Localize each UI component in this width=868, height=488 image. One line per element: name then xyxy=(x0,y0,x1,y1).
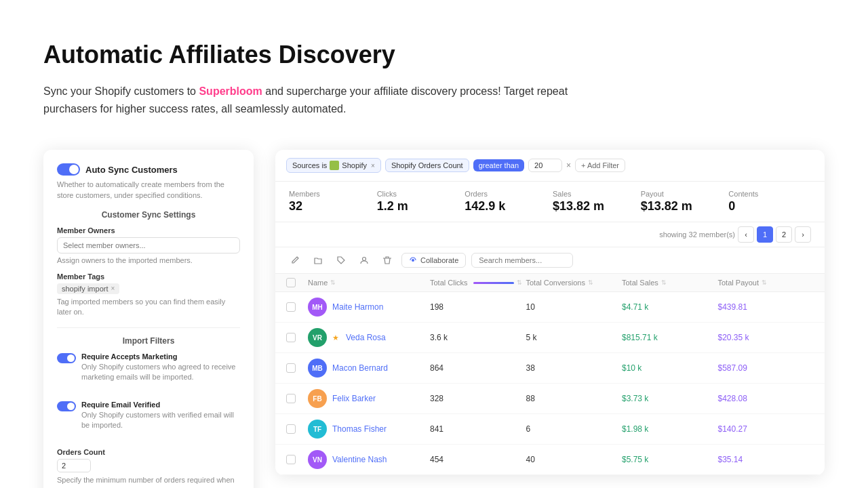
stat-contents: Contents 0 xyxy=(728,190,811,214)
avatar-5: VN xyxy=(308,450,327,469)
member-cell-4: TF Thomas Fisher xyxy=(308,420,430,439)
shopify-tag[interactable]: shopify import × xyxy=(57,283,119,294)
table-row: MB Macon Bernard 864 38 $10 k $587.09 xyxy=(275,353,825,384)
col-total-sales: Total Sales ⇅ xyxy=(622,278,718,287)
table-body: MH Maite Harmon 198 10 $4.71 k $439.81 V… xyxy=(275,292,825,475)
member-name-0[interactable]: Maite Harmon xyxy=(332,302,383,312)
require-marketing-label: Require Accepts Marketing xyxy=(81,352,240,361)
require-email-toggle[interactable] xyxy=(57,401,76,411)
user-icon[interactable] xyxy=(355,251,373,269)
member-name-5[interactable]: Valentine Nash xyxy=(332,455,387,464)
require-marketing-toggle[interactable] xyxy=(57,353,76,363)
left-panel: Auto Sync Customers Whether to automatic… xyxy=(43,150,254,488)
clicks-sort-icon[interactable]: ⇅ xyxy=(517,279,522,286)
greater-than-badge[interactable]: greater than xyxy=(473,159,524,171)
total-payout-1: $20.35 k xyxy=(718,333,814,342)
auto-sync-row: Auto Sync Customers xyxy=(57,163,240,176)
avatar-3: FB xyxy=(308,389,327,408)
sales-sort-icon[interactable]: ⇅ xyxy=(661,279,667,286)
tag-close[interactable]: × xyxy=(111,285,115,292)
sources-label: Sources is xyxy=(292,161,327,169)
total-sales-0: $4.71 k xyxy=(622,302,718,312)
shopify-icon xyxy=(330,161,339,170)
table-row: FB Felix Barker 328 88 $3.73 k $428.08 xyxy=(275,384,825,414)
total-clicks-3: 328 xyxy=(430,394,526,403)
require-marketing-row: Require Accepts Marketing Only Shopify c… xyxy=(57,352,240,392)
total-sales-5: $5.75 k xyxy=(622,455,718,464)
col-total-conversions: Total Conversions ⇅ xyxy=(526,278,623,287)
member-name-1[interactable]: Veda Rosa xyxy=(346,333,386,342)
page-2-button[interactable]: 2 xyxy=(776,226,792,243)
pagination-row: showing 32 member(s) ‹ 1 2 › xyxy=(275,222,825,247)
total-payout-4: $140.27 xyxy=(718,424,814,434)
member-owners-input[interactable] xyxy=(57,237,240,253)
page-1-button[interactable]: 1 xyxy=(757,226,773,243)
orders-count-label: Orders Count xyxy=(57,448,240,456)
total-clicks-0: 198 xyxy=(430,302,526,312)
row-checkbox-2[interactable] xyxy=(286,363,296,373)
next-page-button[interactable]: › xyxy=(795,226,811,243)
total-payout-5: $35.14 xyxy=(718,455,814,464)
total-sales-3: $3.73 k xyxy=(622,394,718,403)
shopify-label: Shopify xyxy=(342,161,367,169)
total-conversions-4: 6 xyxy=(526,424,623,434)
orders-filter-tag[interactable]: Shopify Orders Count xyxy=(385,159,469,172)
total-clicks-5: 454 xyxy=(430,455,526,464)
total-payout-0: $439.81 xyxy=(718,302,814,312)
collaborate-button[interactable]: Collaborate xyxy=(401,253,466,268)
page-description: Sync your Shopify customers to Superbloo… xyxy=(43,83,599,117)
auto-sync-toggle[interactable] xyxy=(57,163,80,176)
orders-count-input[interactable] xyxy=(57,459,91,472)
total-conversions-5: 40 xyxy=(526,455,623,464)
col-total-payout: Total Payout ⇅ xyxy=(718,278,814,287)
payout-sort-icon[interactable]: ⇅ xyxy=(762,279,767,286)
select-all-checkbox[interactable] xyxy=(286,278,296,287)
toolbar-row: Collaborate xyxy=(275,247,825,274)
total-sales-4: $1.98 k xyxy=(622,424,718,434)
member-cell-0: MH Maite Harmon xyxy=(308,298,430,317)
total-payout-2: $587.09 xyxy=(718,363,814,373)
member-name-4[interactable]: Thomas Fisher xyxy=(332,424,387,434)
search-input[interactable] xyxy=(471,253,573,268)
conv-sort-icon[interactable]: ⇅ xyxy=(588,279,593,286)
avatar-4: TF xyxy=(308,420,327,439)
folder-icon[interactable] xyxy=(309,251,327,269)
svg-point-1 xyxy=(412,259,414,262)
row-checkbox-0[interactable] xyxy=(286,302,296,312)
trash-icon[interactable] xyxy=(378,251,396,269)
row-checkbox-4[interactable] xyxy=(286,424,296,434)
total-conversions-2: 38 xyxy=(526,363,623,373)
avatar-1: VR xyxy=(308,328,327,347)
orders-filter-close[interactable]: × xyxy=(566,161,571,170)
import-filters-title: Import Filters xyxy=(57,336,240,346)
svg-point-0 xyxy=(363,258,366,261)
total-clicks-2: 864 xyxy=(430,363,526,373)
sync-settings-title: Customer Sync Settings xyxy=(57,210,240,220)
add-filter-button[interactable]: + Add Filter xyxy=(575,159,625,172)
right-panel: Sources is Shopify × Shopify Orders Coun… xyxy=(275,150,825,475)
total-clicks-4: 841 xyxy=(430,424,526,434)
stat-payout: Payout $13.82 m xyxy=(641,190,724,214)
col-name: Name ⇅ xyxy=(308,278,430,287)
prev-page-button[interactable]: ‹ xyxy=(738,226,754,243)
total-conversions-0: 10 xyxy=(526,302,623,312)
sources-close[interactable]: × xyxy=(371,162,375,169)
member-tags-label: Member Tags xyxy=(57,272,240,281)
member-name-2[interactable]: Macon Bernard xyxy=(332,363,388,373)
name-sort-icon[interactable]: ⇅ xyxy=(330,279,336,286)
edit-icon[interactable] xyxy=(286,251,304,269)
auto-sync-sub: Whether to automatically create members … xyxy=(57,180,240,201)
total-conversions-3: 88 xyxy=(526,394,623,403)
member-cell-3: FB Felix Barker xyxy=(308,389,430,408)
row-checkbox-3[interactable] xyxy=(286,394,296,403)
tag-row: shopify import × xyxy=(57,283,240,294)
row-checkbox-1[interactable] xyxy=(286,333,296,342)
table-header: Name ⇅ Total Clicks ⇅ Total Conversions … xyxy=(275,274,825,292)
filter-value-input[interactable] xyxy=(528,159,562,172)
sources-filter-tag[interactable]: Sources is Shopify × xyxy=(286,158,381,173)
member-name-3[interactable]: Felix Barker xyxy=(332,394,376,403)
row-checkbox-5[interactable] xyxy=(286,455,296,464)
require-email-row: Require Email Verified Only Shopify cust… xyxy=(57,401,240,441)
tag-icon[interactable] xyxy=(332,251,350,269)
avatar-0: MH xyxy=(308,298,327,317)
